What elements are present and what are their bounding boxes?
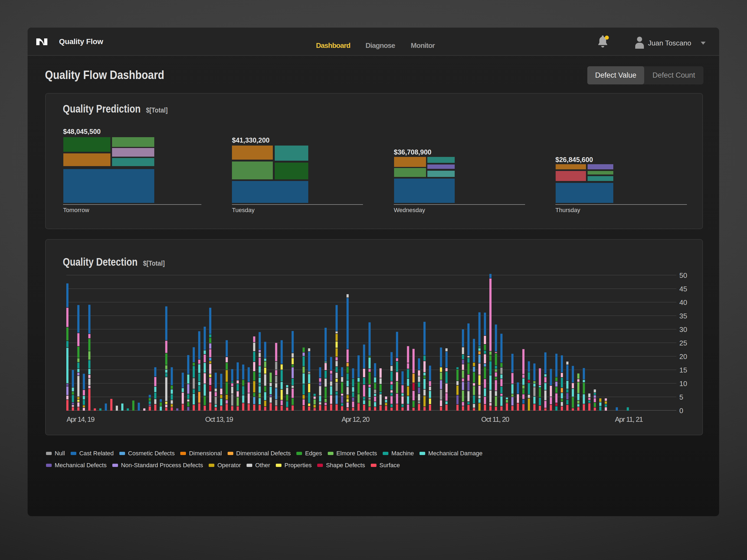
- svg-text:25: 25: [679, 339, 687, 347]
- svg-text:50: 50: [679, 271, 687, 279]
- svg-text:45: 45: [679, 285, 687, 293]
- svg-text:Oct 13, 19: Oct 13, 19: [205, 415, 233, 423]
- svg-text:Apr 14, 19: Apr 14, 19: [67, 415, 95, 423]
- svg-text:15: 15: [679, 366, 687, 374]
- svg-text:30: 30: [679, 325, 687, 334]
- svg-text:0: 0: [679, 407, 683, 415]
- svg-text:Apr 12, 20: Apr 12, 20: [341, 415, 370, 423]
- svg-text:35: 35: [679, 312, 687, 320]
- svg-text:Apr 11, 21: Apr 11, 21: [615, 415, 643, 423]
- svg-text:20: 20: [679, 352, 687, 361]
- svg-text:40: 40: [679, 298, 687, 306]
- svg-text:Oct 11, 20: Oct 11, 20: [481, 415, 509, 423]
- svg-text:10: 10: [679, 379, 687, 388]
- svg-text:5: 5: [679, 393, 683, 401]
